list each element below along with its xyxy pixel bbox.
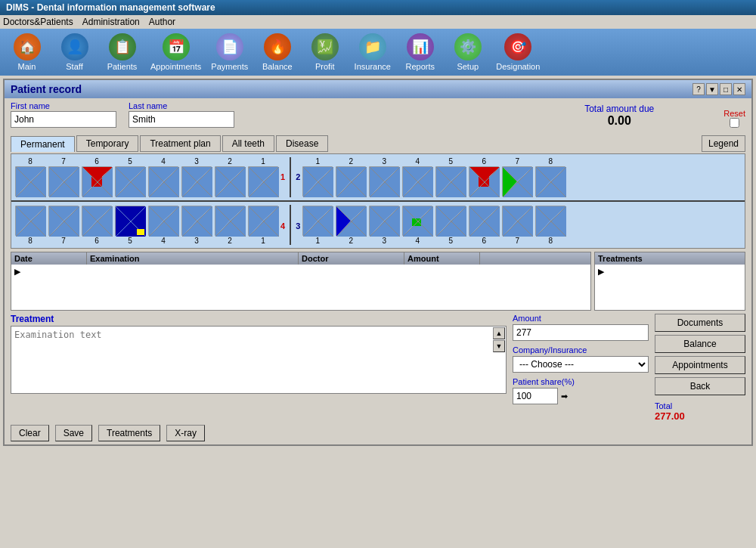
tab-disease[interactable]: Disease [276, 135, 328, 152]
tab-all-teeth[interactable]: All teeth [222, 135, 274, 152]
share-input[interactable] [513, 388, 558, 404]
treatment-label: Treatment [11, 314, 507, 324]
toolbar-main[interactable]: 🏠 Main [6, 32, 48, 73]
toolbar-reports[interactable]: 📊 Reports [399, 32, 441, 73]
patients-icon: 📋 [109, 33, 136, 60]
tooth-upper-left-7[interactable]: 7 [48, 157, 79, 197]
toolbar-designation[interactable]: 🎯 Designation [494, 32, 541, 73]
designation-icon: 🎯 [504, 33, 531, 60]
tab-temporary[interactable]: Temporary [76, 135, 139, 152]
tooth-lower-left-5[interactable]: 5 [114, 205, 146, 245]
tooth-lower-left-1[interactable]: 1 [247, 205, 279, 245]
tooth-lower-right-3[interactable]: 3 [368, 205, 400, 245]
appointments-icon: 📅 [163, 33, 190, 60]
reset-label: Reset [723, 109, 745, 118]
textarea-scroll-down[interactable]: ▼ [493, 340, 505, 352]
treatments-arrow: ▶ [598, 267, 604, 276]
toolbar-insurance[interactable]: 📁 Insurance [352, 32, 393, 73]
arrow-indicator: ➡ [561, 392, 568, 401]
upper-teeth-row: 8 7 6 5 [11, 154, 745, 200]
treatment-textarea[interactable] [11, 326, 507, 394]
tooth-upper-right-3[interactable]: 3 [368, 157, 400, 197]
col-examination: Examination [87, 252, 299, 265]
tooth-upper-right-5[interactable]: 5 [435, 157, 466, 197]
tooth-lower-right-6[interactable]: 6 [468, 205, 500, 245]
menu-author[interactable]: Author [149, 17, 175, 27]
treatment-section: Treatment ▲ ▼ Amount Company/Insurance -… [11, 314, 745, 422]
save-button[interactable]: Save [55, 425, 92, 441]
restore-button[interactable]: □ [720, 83, 732, 95]
menu-bar: Doctors&Patients Administration Author [0, 15, 756, 29]
amount-input[interactable] [513, 324, 649, 341]
patient-record-panel: Patient record ? ▼ □ ✕ First name Last n… [3, 79, 753, 446]
tooth-upper-left-6[interactable]: 6 [81, 157, 113, 197]
xray-button[interactable]: X-ray [166, 425, 205, 441]
total-section: Total amount due 0.00 [584, 104, 654, 128]
bottom-toolbar: Clear Save Treatments X-ray [11, 425, 745, 441]
tooth-lower-left-3[interactable]: 3 [181, 205, 212, 245]
toolbar-staff[interactable]: 👤 Staff [54, 32, 95, 73]
share-label: Patient share(%) [513, 377, 649, 386]
upper-right-teeth: 1 2 3 4 5 [302, 157, 566, 197]
documents-button[interactable]: Documents [655, 314, 745, 332]
toolbar-balance[interactable]: 🔥 Balance [256, 32, 298, 73]
tooth-upper-right-2[interactable]: 2 [335, 157, 367, 197]
quadrant-label-4: 4 [280, 221, 285, 231]
menu-administration[interactable]: Administration [82, 17, 140, 27]
treatments-button[interactable]: Treatments [98, 425, 160, 441]
tooth-lower-left-8[interactable]: 8 [14, 205, 46, 245]
clear-button[interactable]: Clear [11, 425, 49, 441]
last-name-input[interactable] [129, 111, 234, 128]
tooth-upper-left-4[interactable]: 4 [147, 157, 179, 197]
treatment-middle: Amount Company/Insurance --- Choose --- … [513, 314, 649, 422]
tooth-lower-right-2[interactable]: 2 [335, 205, 367, 245]
tooth-lower-right-5[interactable]: 5 [435, 205, 466, 245]
back-button[interactable]: Back [655, 377, 745, 395]
tab-permanent[interactable]: Permanent [11, 136, 75, 152]
balance-button[interactable]: Balance [655, 335, 745, 353]
teeth-center-divider-lower [290, 205, 291, 245]
lower-left-teeth: 8 7 6 5 4 [14, 205, 279, 245]
tooth-upper-left-2[interactable]: 2 [214, 157, 246, 197]
toolbar-appointments[interactable]: 📅 Appointments [149, 32, 203, 73]
tooth-lower-left-6[interactable]: 6 [81, 205, 113, 245]
reports-icon: 📊 [407, 33, 434, 60]
appointments-button[interactable]: Appointments [655, 356, 745, 374]
tooth-upper-right-4[interactable]: 4 [401, 157, 433, 197]
toolbar-patients[interactable]: 📋 Patients [101, 32, 143, 73]
header-controls: ? ▼ □ ✕ [692, 83, 745, 95]
tab-treatment-plan[interactable]: Treatment plan [140, 135, 220, 152]
tooth-upper-right-7[interactable]: 7 [501, 157, 533, 197]
tooth-upper-right-6[interactable]: 6 [468, 157, 500, 197]
form-row-names: First name Last name Total amount due 0.… [11, 101, 745, 128]
legend-button[interactable]: Legend [702, 135, 745, 152]
tooth-lower-left-2[interactable]: 2 [214, 205, 246, 245]
tooth-upper-right-8[interactable]: 8 [534, 157, 566, 197]
minimize-button[interactable]: ▼ [706, 83, 718, 95]
menu-doctors[interactable]: Doctors&Patients [3, 17, 73, 27]
tooth-lower-left-4[interactable]: 4 [147, 205, 179, 245]
toolbar-setup[interactable]: ⚙️ Setup [447, 32, 488, 73]
col-doctor: Doctor [299, 252, 404, 265]
tooth-lower-left-7[interactable]: 7 [48, 205, 79, 245]
tooth-lower-right-7[interactable]: 7 [501, 205, 533, 245]
toolbar-payments-label: Payments [211, 62, 248, 71]
first-name-input[interactable] [11, 111, 116, 128]
tooth-lower-right-4[interactable]: 4 [401, 205, 433, 245]
insurance-select[interactable]: --- Choose --- [513, 356, 649, 373]
tooth-lower-right-1[interactable]: 1 [302, 205, 333, 245]
toolbar-reports-label: Reports [406, 62, 435, 71]
reset-checkbox[interactable] [730, 118, 739, 128]
help-button[interactable]: ? [692, 83, 705, 95]
tabs-row: Permanent Temporary Treatment plan All t… [5, 134, 751, 153]
tooth-upper-left-8[interactable]: 8 [14, 157, 46, 197]
textarea-scroll-up[interactable]: ▲ [493, 327, 505, 339]
toolbar-payments[interactable]: 📄 Payments [209, 32, 250, 73]
tooth-upper-right-1[interactable]: 1 [302, 157, 333, 197]
tooth-upper-left-1[interactable]: 1 [247, 157, 279, 197]
tooth-lower-right-8[interactable]: 8 [534, 205, 566, 245]
toolbar-profit[interactable]: 💹 Profit [304, 32, 345, 73]
tooth-upper-left-5[interactable]: 5 [114, 157, 146, 197]
tooth-upper-left-3[interactable]: 3 [181, 157, 212, 197]
close-button[interactable]: ✕ [733, 83, 745, 95]
